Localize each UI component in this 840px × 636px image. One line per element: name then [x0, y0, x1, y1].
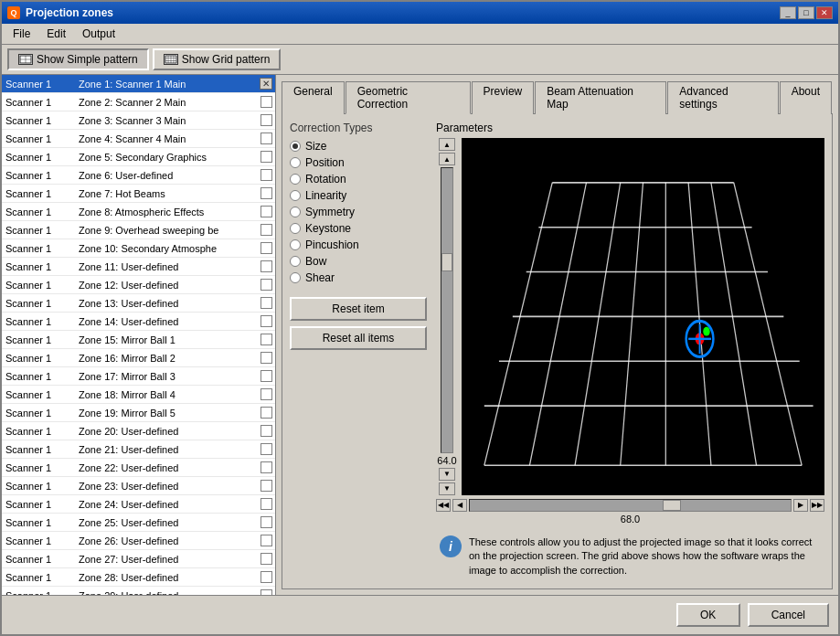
zone-checkbox: [257, 169, 275, 181]
zone-list-item[interactable]: Scanner 1Zone 2: Scanner 2 Main: [2, 93, 275, 111]
zone-list-item[interactable]: Scanner 1Zone 14: User-defined: [2, 313, 275, 331]
zone-checkbox: [257, 352, 275, 364]
zone-list-item[interactable]: Scanner 1Zone 10: Secondary Atmosphe: [2, 239, 275, 258]
h-slider-track[interactable]: [469, 499, 792, 512]
tab-advanced-settings[interactable]: Advanced settings: [667, 81, 778, 114]
menu-output[interactable]: Output: [75, 26, 122, 42]
info-text: These controls allow you to adjust the p…: [469, 535, 821, 578]
radio-item-position[interactable]: Position: [290, 156, 427, 169]
zone-list-item[interactable]: Scanner 1Zone 24: User-defined: [2, 495, 275, 514]
zone-list-item[interactable]: Scanner 1Zone 27: User-defined: [2, 550, 275, 568]
v-slider-up-btn[interactable]: ▲: [439, 138, 455, 151]
zone-name-label: Zone 27: User-defined: [75, 552, 257, 567]
h-skip-right-btn[interactable]: ▶▶: [810, 499, 824, 512]
grid-pattern-label: Show Grid pattern: [182, 53, 271, 66]
tab-geometric-correction[interactable]: Geometric Correction: [346, 81, 471, 114]
zone-name-label: Zone 7: Hot Beams: [75, 186, 257, 201]
cancel-button[interactable]: Cancel: [748, 603, 829, 627]
radio-item-linearity[interactable]: Linearity: [290, 189, 427, 202]
zone-list-item[interactable]: Scanner 1Zone 18: Mirror Ball 4: [2, 386, 275, 404]
zone-list-item[interactable]: Scanner 1Zone 15: Mirror Ball 1: [2, 331, 275, 349]
radio-circle: [290, 190, 301, 201]
zone-list-item[interactable]: Scanner 1Zone 23: User-defined: [2, 477, 275, 495]
zone-list-item[interactable]: Scanner 1Zone 11: User-defined: [2, 258, 275, 276]
zone-checkbox: [257, 260, 275, 272]
zone-list-item[interactable]: Scanner 1Zone 6: User-defined: [2, 166, 275, 185]
h-left-btn[interactable]: ◀: [452, 499, 467, 512]
zone-list-item[interactable]: Scanner 1Zone 22: User-defined: [2, 459, 275, 477]
zone-name-label: Zone 14: User-defined: [75, 314, 257, 329]
zone-list-item[interactable]: Scanner 1Zone 17: Mirror Ball 3: [2, 367, 275, 386]
zone-checkbox: [257, 553, 275, 565]
zone-list-item[interactable]: Scanner 1Zone 13: User-defined: [2, 294, 275, 313]
zone-list-item[interactable]: Scanner 1Zone 7: Hot Beams: [2, 185, 275, 203]
radio-item-keystone[interactable]: Keystone: [290, 222, 427, 235]
v-slider-up2-btn[interactable]: ▲: [439, 153, 455, 165]
zone-scanner-label: Scanner 1: [2, 461, 75, 475]
correction-types-title: Correction Types: [290, 122, 427, 134]
radio-label: Pincushion: [305, 238, 359, 251]
zone-checkbox: [257, 461, 275, 473]
zone-name-label: Zone 19: Mirror Ball 5: [75, 406, 257, 420]
close-button[interactable]: ✕: [816, 6, 833, 19]
reset-item-button[interactable]: Reset item: [290, 297, 427, 321]
zone-checkbox: [257, 498, 275, 510]
minimize-button[interactable]: _: [780, 6, 796, 19]
zone-list-item[interactable]: Scanner 1Zone 1: Scanner 1 Main✕: [2, 75, 275, 93]
zone-scanner-label: Scanner 1: [2, 314, 75, 329]
menu-edit[interactable]: Edit: [39, 26, 73, 42]
zone-list-item[interactable]: Scanner 1Zone 5: Secondary Graphics: [2, 148, 275, 166]
zone-list-item[interactable]: Scanner 1Zone 9: Overhead sweeping be: [2, 221, 275, 239]
v-slider-track[interactable]: [441, 167, 453, 453]
zone-name-label: Zone 17: Mirror Ball 3: [75, 369, 257, 384]
zone-scanner-label: Scanner 1: [2, 77, 75, 91]
zone-list-item[interactable]: Scanner 1Zone 28: User-defined: [2, 568, 275, 587]
tab-preview[interactable]: Preview: [472, 81, 535, 114]
zone-list-item[interactable]: Scanner 1Zone 19: Mirror Ball 5: [2, 404, 275, 422]
radio-item-shear[interactable]: Shear: [290, 271, 427, 284]
maximize-button[interactable]: □: [798, 6, 814, 19]
zone-list-item[interactable]: Scanner 1Zone 4: Scanner 4 Main: [2, 130, 275, 148]
tab-general[interactable]: General: [282, 81, 345, 114]
zone-list-item[interactable]: Scanner 1Zone 12: User-defined: [2, 276, 275, 294]
zone-list-item[interactable]: Scanner 1Zone 16: Mirror Ball 2: [2, 349, 275, 367]
radio-item-rotation[interactable]: Rotation: [290, 173, 427, 186]
radio-circle: [290, 141, 301, 152]
h-right-btn[interactable]: ▶: [793, 499, 808, 512]
zone-scanner-label: Scanner 1: [2, 406, 75, 420]
zone-list-item[interactable]: Scanner 1Zone 29: User-defined: [2, 587, 275, 595]
params-title: Parameters: [436, 122, 824, 134]
h-skip-left-btn[interactable]: ◀◀: [436, 499, 451, 512]
zone-list-item[interactable]: Scanner 1Zone 3: Scanner 3 Main: [2, 111, 275, 130]
zone-list-item[interactable]: Scanner 1Zone 25: User-defined: [2, 514, 275, 532]
zone-name-label: Zone 29: User-defined: [75, 588, 257, 596]
ok-button[interactable]: OK: [676, 603, 740, 627]
radio-item-pincushion[interactable]: Pincushion: [290, 238, 427, 251]
reset-all-button[interactable]: Reset all items: [290, 326, 427, 350]
radio-item-symmetry[interactable]: Symmetry: [290, 206, 427, 218]
tab-beam-attenuation-map[interactable]: Beam Attenuation Map: [535, 81, 666, 114]
zone-list-item[interactable]: Scanner 1Zone 21: User-defined: [2, 440, 275, 459]
v-slider-thumb[interactable]: [441, 253, 452, 271]
h-slider-thumb[interactable]: [663, 500, 681, 511]
show-grid-pattern-button[interactable]: Show Grid pattern: [153, 48, 282, 70]
zone-checkbox: [257, 279, 275, 291]
menu-file[interactable]: File: [5, 26, 37, 42]
zone-close-icon[interactable]: ✕: [257, 78, 275, 90]
v-slider-down-btn[interactable]: ▼: [439, 468, 455, 481]
zone-name-label: Zone 22: User-defined: [75, 461, 257, 475]
radio-item-size[interactable]: Size: [290, 140, 427, 153]
main-window: Q Projection zones _ □ ✕ File Edit Outpu…: [0, 0, 840, 636]
zone-list-item[interactable]: Scanner 1Zone 26: User-defined: [2, 532, 275, 550]
radio-circle: [290, 223, 301, 234]
zone-list-item[interactable]: Scanner 1Zone 20: User-defined: [2, 422, 275, 440]
zone-checkbox: [257, 516, 275, 528]
show-simple-pattern-button[interactable]: Show Simple pattern: [7, 48, 149, 70]
v-slider-down2-btn[interactable]: ▼: [439, 482, 455, 495]
zone-scanner-label: Scanner 1: [2, 442, 75, 457]
zone-list-item[interactable]: Scanner 1Zone 8: Atmospheric Effects: [2, 203, 275, 221]
radio-item-bow[interactable]: Bow: [290, 255, 427, 268]
zone-scanner-label: Scanner 1: [2, 333, 75, 347]
zone-list: Scanner 1Zone 1: Scanner 1 Main✕Scanner …: [2, 75, 275, 595]
tab-about[interactable]: About: [780, 81, 832, 114]
